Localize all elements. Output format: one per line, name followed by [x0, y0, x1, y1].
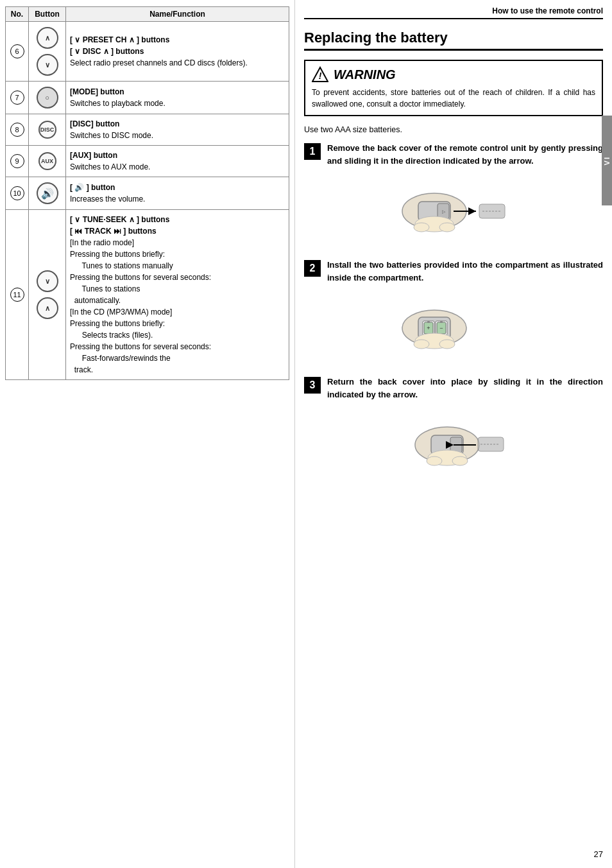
step-1: 1 Remove the back cover of the remote co… — [304, 142, 603, 167]
left-column: No. Button Name/Function 6 ∧ ∨ — [0, 0, 295, 868]
step-text-1: Remove the back cover of the remote cont… — [327, 142, 603, 167]
table-row: 8 DISC [DISC] button Switches to DISC mo… — [6, 114, 289, 146]
row-desc-8: [DISC] button Switches to DISC mode. — [66, 114, 289, 146]
svg-rect-19 — [440, 321, 443, 323]
warning-title: ! WARNING — [312, 66, 595, 83]
step-2: 2 Install the two batteries provided int… — [304, 259, 603, 284]
col-header-button: Button — [29, 7, 66, 22]
volume-button[interactable]: 🔊 — [37, 182, 58, 204]
right-content: Replacing the battery ! WARNING To preve… — [304, 30, 603, 482]
page-number: 27 — [594, 849, 603, 859]
table-row: 6 ∧ ∨ [ ∨ PRESET CH ∧ ] buttons [ ∨ DISC… — [6, 22, 289, 82]
svg-text:!: ! — [319, 71, 322, 81]
row-num-6: 6 — [6, 22, 29, 82]
table-row: 7 ○ [MODE] button Switches to playback m… — [6, 82, 289, 114]
page-header: How to use the remote control — [304, 6, 603, 19]
row-num-9: 9 — [6, 146, 29, 177]
step2-illustration: + − — [383, 293, 524, 363]
row-num-10: 10 — [6, 177, 29, 210]
row-desc-7: [MODE] button Switches to playback mode. — [66, 82, 289, 114]
mode-button[interactable]: ○ — [37, 87, 58, 108]
row-num-8: 8 — [6, 114, 29, 146]
step-3: 3 Return the back cover into place by sl… — [304, 376, 603, 401]
warning-box: ! WARNING To prevent accidents, store ba… — [304, 60, 603, 116]
row-btn-9: AUX — [29, 146, 66, 177]
step-num-2: 2 — [304, 260, 321, 277]
button-table: No. Button Name/Function 6 ∧ ∨ — [5, 6, 289, 380]
step1-illustration: ▷ — [383, 176, 524, 247]
sidebar-label: VI — [603, 156, 611, 165]
step-text-2: Install the two batteries provided into … — [327, 259, 603, 284]
svg-point-21 — [414, 340, 429, 349]
col-header-function: Name/Function — [66, 7, 289, 22]
step3-illustration — [383, 410, 524, 480]
illustration-3 — [304, 410, 603, 482]
row-num-7: 7 — [6, 82, 29, 114]
illustration-2: + − — [304, 293, 603, 365]
table-row: 10 🔊 [ 🔊 ] button Increases the volume. — [6, 177, 289, 210]
row-btn-11: ∨ ∧ — [29, 210, 66, 380]
row-desc-6: [ ∨ PRESET CH ∧ ] buttons [ ∨ DISC ∧ ] b… — [66, 22, 289, 82]
row-btn-6: ∧ ∨ — [29, 22, 66, 82]
row-num-11: 11 — [6, 210, 29, 380]
svg-point-22 — [439, 340, 455, 349]
right-column: How to use the remote control Replacing … — [295, 0, 612, 868]
svg-point-9 — [439, 223, 455, 232]
aux-button[interactable]: AUX — [38, 152, 56, 170]
svg-point-33 — [452, 456, 468, 465]
svg-text:+: + — [427, 325, 430, 331]
warning-label: WARNING — [334, 67, 396, 82]
warning-text: To prevent accidents, store batteries ou… — [312, 87, 595, 110]
row-desc-10: [ 🔊 ] button Increases the volume. — [66, 177, 289, 210]
page: No. Button Name/Function 6 ∧ ∨ — [0, 0, 612, 868]
preset-ch-up-button[interactable]: ∧ — [37, 27, 58, 49]
svg-rect-17 — [427, 321, 430, 323]
svg-text:−: − — [439, 325, 443, 331]
row-btn-10: 🔊 — [29, 177, 66, 210]
tune-seek-down-button[interactable]: ∨ — [37, 270, 58, 292]
row-desc-11: [ ∨ TUNE·SEEK ∧ ] buttons [ ⏮ TRACK ⏭ ] … — [66, 210, 289, 380]
step-text-3: Return the back cover into place by slid… — [327, 376, 603, 401]
row-btn-7: ○ — [29, 82, 66, 114]
use-batteries-text: Use two AAA size batteries. — [304, 125, 603, 134]
table-row: 9 AUX [AUX] button Switches to AUX mode. — [6, 146, 289, 177]
illustration-1: ▷ — [304, 176, 603, 248]
tune-seek-up-button[interactable]: ∧ — [37, 297, 58, 319]
svg-point-8 — [414, 223, 429, 232]
svg-point-32 — [427, 456, 442, 465]
row-btn-8: DISC — [29, 114, 66, 146]
warning-icon: ! — [312, 66, 328, 83]
section-sidebar: VI — [602, 116, 612, 205]
row-desc-9: [AUX] button Switches to AUX mode. — [66, 146, 289, 177]
disc-button[interactable]: DISC — [38, 121, 56, 139]
table-row: 11 ∨ ∧ [ ∨ TUNE·SEEK ∧ ] buttons [ ⏮ TRA… — [6, 210, 289, 380]
preset-ch-down-button[interactable]: ∨ — [37, 54, 58, 76]
section-title: Replacing the battery — [304, 30, 603, 51]
step-num-1: 1 — [304, 143, 321, 160]
col-header-no: No. — [6, 7, 29, 22]
step-num-3: 3 — [304, 377, 321, 394]
header-title: How to use the remote control — [492, 6, 603, 15]
